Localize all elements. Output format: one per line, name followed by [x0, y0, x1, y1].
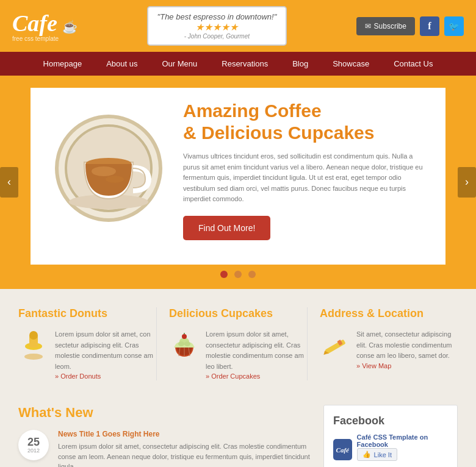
twitter-icon: 🐦 [449, 21, 459, 31]
slide-dot-2[interactable] [234, 271, 242, 278]
find-out-button[interactable]: Find Out More! [183, 216, 270, 240]
whats-new-content: What's New 25 2012 News Title 1 Goes Rig… [18, 405, 311, 467]
logo: Cafe ☕ free css template [12, 10, 78, 42]
svg-point-5 [106, 176, 124, 183]
news-date-1: 25 2012 [18, 430, 49, 460]
svg-rect-19 [325, 340, 345, 354]
svg-point-4 [92, 166, 116, 176]
cafe-fb-logo: Café [333, 439, 352, 460]
envelope-icon: ✉ [365, 22, 371, 30]
thumbs-up-icon: 👍 [362, 451, 371, 458]
nav-item-homepage[interactable]: Homepage [31, 52, 95, 76]
order-donuts-link[interactable]: Order Donuts [55, 373, 101, 380]
fb-page-info: Café Café CSS Template on Facebook 👍 Lik… [333, 433, 448, 466]
slider-prev-button[interactable]: ‹ [0, 167, 18, 198]
nav-item-contact[interactable]: Contact Us [381, 52, 445, 76]
svg-point-10 [29, 331, 38, 340]
svg-point-12 [178, 341, 184, 346]
main-nav: Homepage About us Our Menu Reservations … [0, 52, 476, 76]
feature-col-address: Address & Location Sit amet, consectetur… [320, 307, 458, 380]
coffee-cup-icon: ☕ [62, 20, 78, 34]
nav-item-about[interactable]: About us [94, 52, 150, 76]
whats-new-section: What's New 25 2012 News Title 1 Goes Rig… [0, 393, 476, 467]
hero-slider: ‹ › [0, 76, 476, 289]
slide-dot-1[interactable] [220, 271, 228, 278]
svg-point-6 [24, 354, 43, 360]
news-content-1: News Title 1 Goes Right Here Lorem ipsum… [58, 430, 311, 467]
slide-dot-3[interactable] [248, 271, 256, 278]
coffee-cup-image [49, 109, 171, 231]
donuts-icon [18, 329, 49, 369]
feature-columns: Fantastic Donuts Lorem ipsum dolor sit a… [0, 289, 476, 393]
slider-next-button[interactable]: › [458, 167, 476, 198]
nav-item-showcase[interactable]: Showcase [320, 52, 381, 76]
slide-text: Amazing Coffee & Delicious Cupcakes Viva… [171, 100, 427, 240]
nav-item-reservations[interactable]: Reservations [209, 52, 280, 76]
view-map-link[interactable]: View Map [356, 362, 391, 369]
feature-col-donuts: Fantastic Donuts Lorem ipsum dolor sit a… [18, 307, 157, 380]
cupcake-icon [169, 329, 200, 365]
location-icon [320, 329, 350, 362]
subscribe-button[interactable]: ✉ Subscribe [356, 17, 415, 35]
facebook-like-button[interactable]: 👍 Like It [357, 448, 397, 461]
facebook-widget: Facebook Café Café CSS Template on Faceb… [323, 405, 458, 467]
feature-col-cupcakes: Delicious Cupcakes [169, 307, 308, 380]
twitter-button[interactable]: 🐦 [444, 16, 464, 36]
svg-point-14 [182, 334, 187, 339]
order-cupcakes-link[interactable]: Order Cupcakes [206, 373, 260, 380]
news-item-1: 25 2012 News Title 1 Goes Right Here Lor… [18, 430, 311, 467]
svg-point-13 [184, 341, 190, 346]
nav-item-menu[interactable]: Our Menu [150, 52, 209, 76]
header-actions: ✉ Subscribe f 🐦 [356, 16, 464, 36]
nav-item-blog[interactable]: Blog [280, 52, 320, 76]
tagline-box: "The best espresso in downtown!" ★★★★★ -… [147, 6, 287, 46]
slider-dots [0, 271, 476, 280]
header: Cafe ☕ free css template "The best espre… [0, 0, 476, 52]
facebook-button[interactable]: f [420, 16, 439, 36]
